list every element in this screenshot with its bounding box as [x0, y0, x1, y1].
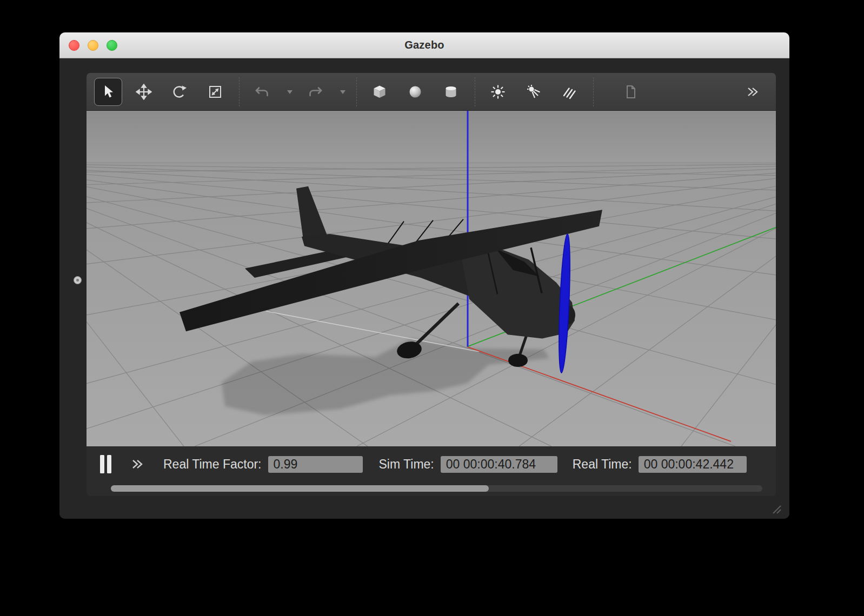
scene-canvas: [87, 111, 776, 446]
undo-history-caret-icon: [287, 89, 293, 95]
left-splitter-handle[interactable]: [74, 276, 82, 284]
close-button[interactable]: [69, 40, 79, 51]
viewport-3d[interactable]: [87, 111, 776, 446]
sim-time-label: Sim Time:: [379, 457, 434, 472]
toolbar-separator: [356, 77, 357, 106]
box-icon: [371, 84, 388, 100]
redo-history-button[interactable]: [337, 78, 349, 106]
insert-sphere-button[interactable]: [401, 78, 429, 106]
center-panel: Real Time Factor: 0.99 Sim Time: 00 00:0…: [87, 73, 776, 496]
real-time-factor-label: Real Time Factor:: [163, 457, 262, 472]
point-light-icon: [490, 84, 506, 100]
redo-icon: [307, 84, 323, 100]
copy-button[interactable]: [616, 78, 644, 106]
undo-button[interactable]: [248, 78, 276, 106]
pause-button[interactable]: [95, 453, 117, 476]
real-time-value: 00 00:00:42.442: [639, 456, 747, 473]
window-body: Real Time Factor: 0.99 Sim Time: 00 00:0…: [59, 58, 789, 519]
select-tool-button[interactable]: [94, 78, 122, 106]
minimize-button[interactable]: [88, 40, 98, 51]
toolbar: [87, 73, 776, 111]
scale-icon: [207, 84, 223, 100]
redo-history-caret-icon: [340, 89, 346, 95]
sim-time-value: 00 00:00:40.784: [441, 456, 557, 473]
splitter-dot-icon: [76, 279, 79, 282]
sky: [87, 111, 776, 164]
expand-controls-button[interactable]: [131, 458, 145, 471]
rotate-tool-button[interactable]: [165, 78, 194, 106]
redo-button[interactable]: [301, 78, 329, 106]
cylinder-icon: [443, 84, 459, 100]
select-arrow-icon: [100, 84, 116, 100]
double-chevron-icon: [131, 458, 145, 471]
titlebar[interactable]: Gazebo: [59, 32, 789, 58]
scrollbar-thumb[interactable]: [111, 485, 489, 492]
insert-cylinder-button[interactable]: [437, 78, 465, 106]
translate-tool-button[interactable]: [130, 78, 158, 106]
insert-box-button[interactable]: [365, 78, 394, 106]
toolbar-separator: [475, 77, 475, 106]
traffic-lights: [69, 40, 117, 51]
sim-controls: Real Time Factor: 0.99 Sim Time: 00 00:0…: [87, 452, 776, 477]
statusbar: Real Time Factor: 0.99 Sim Time: 00 00:0…: [87, 446, 776, 496]
desktop-background: Gazebo: [0, 0, 864, 616]
scale-tool-button[interactable]: [201, 78, 229, 106]
window-title: Gazebo: [404, 39, 444, 51]
sphere-icon: [407, 84, 423, 100]
spot-light-icon: [526, 84, 542, 100]
zoom-button[interactable]: [107, 40, 117, 51]
copy-icon: [622, 84, 639, 100]
gazebo-window: Gazebo: [59, 32, 789, 519]
translate-icon: [136, 84, 152, 100]
resize-grip-icon: [768, 500, 782, 514]
resize-grip[interactable]: [768, 500, 782, 514]
directional-light-button[interactable]: [555, 78, 583, 106]
more-tools-icon: [746, 84, 760, 100]
real-time-factor-value: 0.99: [268, 456, 363, 473]
rotate-icon: [171, 84, 188, 100]
horizontal-scrollbar[interactable]: [111, 485, 762, 492]
undo-history-button[interactable]: [284, 78, 296, 106]
real-time-label: Real Time:: [573, 457, 632, 472]
pause-icon: [99, 454, 113, 474]
directional-light-icon: [561, 84, 577, 100]
spot-light-button[interactable]: [520, 78, 548, 106]
toolbar-separator: [239, 77, 240, 106]
point-light-button[interactable]: [484, 78, 512, 106]
toolbar-separator: [593, 77, 594, 106]
more-tools-button[interactable]: [739, 78, 767, 106]
undo-icon: [254, 84, 270, 100]
